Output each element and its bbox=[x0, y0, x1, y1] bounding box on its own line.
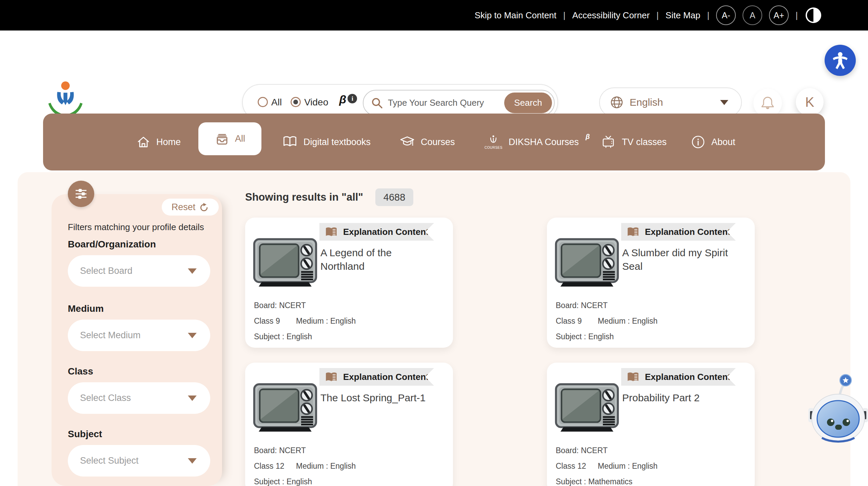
home-icon bbox=[137, 135, 150, 149]
accessibility-widget-button[interactable] bbox=[825, 45, 856, 76]
card-board: Board: NCERT bbox=[556, 446, 608, 455]
globe-icon bbox=[610, 96, 624, 109]
font-decrease-button[interactable]: A- bbox=[716, 5, 736, 25]
reset-filters-button[interactable]: Reset bbox=[162, 199, 219, 216]
board-select-placeholder: Select Board bbox=[80, 266, 188, 276]
card-title[interactable]: Probability Part 2 bbox=[622, 391, 739, 405]
content-type-ribbon: Explanation Content bbox=[621, 223, 736, 241]
content-card[interactable]: Explanation Content A Slumber did my Spi… bbox=[547, 218, 755, 348]
filters-sidebar: Reset Filters matching your profile deta… bbox=[52, 194, 222, 486]
search-button[interactable]: Search bbox=[504, 93, 552, 113]
card-board: Board: NCERT bbox=[254, 301, 306, 310]
notifications-button[interactable] bbox=[753, 89, 782, 117]
nav-item-courses[interactable]: Courses bbox=[400, 114, 455, 170]
card-board: Board: NCERT bbox=[556, 301, 608, 310]
tv-thumbnail-icon bbox=[554, 235, 619, 289]
chatbot-button[interactable] bbox=[808, 371, 868, 445]
nav-item-all-active[interactable]: All bbox=[198, 122, 261, 155]
content-card[interactable]: Explanation Content The Lost Spring_Part… bbox=[245, 363, 453, 486]
diksha-search-page: Skip to Main Content | Accessibility Cor… bbox=[0, 0, 868, 486]
search-scope-all-radio[interactable]: All bbox=[258, 97, 282, 108]
content-card[interactable]: Explanation Content A Legend of the Nort… bbox=[245, 218, 453, 348]
board-select[interactable]: Select Board bbox=[68, 255, 210, 287]
card-class-medium: Class 9 Medium : English bbox=[254, 317, 356, 326]
medium-select[interactable]: Select Medium bbox=[68, 320, 210, 351]
content-type-ribbon: Explanation Content bbox=[621, 368, 736, 386]
nav-label: Home bbox=[156, 137, 181, 147]
content-card[interactable]: Explanation Content Probability Part 2 B… bbox=[547, 363, 755, 486]
skip-to-main-link[interactable]: Skip to Main Content bbox=[475, 10, 556, 21]
card-class: Class 12 bbox=[556, 462, 598, 471]
card-class-medium: Class 12 Medium : English bbox=[556, 462, 657, 471]
graduation-cap-icon bbox=[400, 135, 415, 149]
divider: | bbox=[656, 10, 659, 21]
language-selector[interactable]: English bbox=[599, 87, 742, 117]
card-title[interactable]: A Slumber did my Spirit Seal bbox=[622, 246, 739, 273]
user-avatar[interactable]: K bbox=[796, 88, 824, 116]
nav-item-digital-textbooks[interactable]: Digital textbooks bbox=[282, 114, 371, 170]
nav-item-tv-classes[interactable]: TV classes bbox=[601, 114, 667, 170]
divider: | bbox=[795, 10, 798, 21]
search-box: Search bbox=[363, 90, 555, 116]
card-class: Class 12 bbox=[254, 462, 296, 471]
font-default-button[interactable]: A bbox=[743, 5, 762, 25]
card-medium: Medium : English bbox=[296, 462, 356, 471]
nav-item-about[interactable]: About bbox=[691, 114, 735, 170]
beta-symbol: β bbox=[339, 93, 346, 106]
info-icon[interactable]: i bbox=[348, 94, 357, 103]
results-heading: Showing results in "all" bbox=[245, 191, 363, 203]
filter-sliders-icon bbox=[74, 187, 88, 201]
card-medium: Medium : English bbox=[598, 462, 657, 471]
logo-dot bbox=[61, 81, 70, 90]
radio-all-icon[interactable] bbox=[258, 97, 268, 107]
card-medium: Medium : English bbox=[598, 317, 657, 326]
card-board: Board: NCERT bbox=[254, 446, 306, 455]
bell-icon bbox=[760, 95, 776, 111]
nav-label: TV classes bbox=[622, 137, 667, 147]
filter-toggle-button[interactable] bbox=[68, 181, 94, 207]
font-increase-button[interactable]: A+ bbox=[769, 5, 789, 25]
card-title[interactable]: The Lost Spring_Part-1 bbox=[320, 391, 437, 405]
results-header: Showing results in "all" 4688 bbox=[245, 188, 413, 206]
search-input[interactable] bbox=[388, 98, 490, 108]
card-title[interactable]: A Legend of the Northland bbox=[320, 246, 437, 273]
chevron-down-icon bbox=[188, 458, 197, 464]
radio-video-icon[interactable] bbox=[291, 97, 301, 107]
card-class-medium: Class 9 Medium : English bbox=[556, 317, 657, 326]
language-selected-value: English bbox=[630, 97, 720, 108]
nav-item-home[interactable]: Home bbox=[137, 114, 181, 170]
header: DIKSHA All Video β i bbox=[0, 31, 868, 114]
results-count-badge: 4688 bbox=[375, 188, 413, 206]
card-subject: Subject : Mathematics bbox=[556, 477, 632, 486]
courses-caption: COURSES bbox=[485, 146, 502, 149]
subject-select[interactable]: Select Subject bbox=[68, 445, 210, 477]
nav-item-diksha-courses[interactable]: COURSES DIKSHA Courses β bbox=[485, 114, 589, 170]
ribbon-label: Explanation Content bbox=[645, 372, 731, 382]
card-class: Class 9 bbox=[556, 317, 598, 326]
search-scope-video-radio[interactable]: Video bbox=[291, 97, 328, 108]
subject-select-placeholder: Select Subject bbox=[80, 455, 188, 466]
tv-icon bbox=[601, 135, 616, 149]
ribbon-label: Explanation Content bbox=[343, 227, 429, 237]
site-map-link[interactable]: Site Map bbox=[666, 10, 701, 21]
top-accessibility-bar: Skip to Main Content | Accessibility Cor… bbox=[0, 0, 868, 31]
nav-label: Courses bbox=[421, 137, 455, 147]
divider: | bbox=[563, 10, 566, 21]
contrast-toggle-icon[interactable] bbox=[805, 6, 822, 24]
filter-label-board: Board/Organization bbox=[68, 239, 156, 250]
reset-label: Reset bbox=[172, 202, 196, 212]
chevron-down-icon bbox=[188, 333, 197, 338]
info-circle-icon bbox=[691, 135, 705, 149]
filters-subtitle: Filters matching your profile details bbox=[68, 222, 204, 232]
radio-all-label: All bbox=[271, 97, 282, 108]
card-medium: Medium : English bbox=[296, 317, 356, 326]
card-subject: Subject : English bbox=[254, 477, 312, 486]
nav-label: Digital textbooks bbox=[303, 137, 371, 147]
chevron-down-icon bbox=[188, 268, 197, 274]
class-select[interactable]: Select Class bbox=[68, 382, 210, 414]
book-icon bbox=[325, 371, 338, 382]
divider: | bbox=[707, 10, 709, 21]
accessibility-corner-link[interactable]: Accessibility Corner bbox=[572, 10, 650, 21]
filter-label-medium: Medium bbox=[68, 303, 104, 314]
class-select-placeholder: Select Class bbox=[80, 393, 188, 403]
